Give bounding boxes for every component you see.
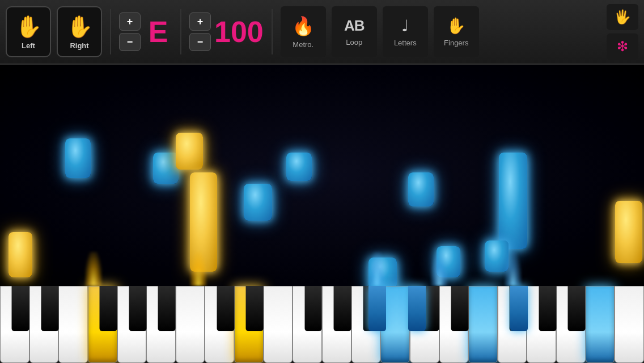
notes-scatter-button[interactable]: ❇	[607, 33, 638, 60]
divider-3	[272, 9, 273, 54]
divider-1	[110, 9, 111, 54]
loop-label: Loop	[346, 38, 362, 47]
black-key[interactable]	[129, 286, 146, 331]
key-display: E	[144, 12, 172, 52]
key-stepper: + −	[119, 12, 141, 51]
white-key[interactable]	[468, 286, 498, 363]
white-key[interactable]	[586, 286, 615, 363]
divider-2	[180, 9, 181, 54]
tempo-value: 100	[214, 15, 264, 49]
note-yellow	[176, 133, 203, 170]
letters-label: Letters	[394, 39, 417, 47]
note-yellow	[615, 201, 642, 263]
key-stepper-group: + − E	[119, 12, 172, 52]
loop-icon: AB	[344, 17, 365, 35]
black-key[interactable]	[12, 286, 29, 331]
piano	[0, 286, 644, 363]
note-blue	[286, 153, 312, 181]
right-hand-button[interactable]: ✋ Right	[57, 6, 102, 57]
key-plus-button[interactable]: +	[119, 12, 141, 31]
metro-label: Metro.	[293, 40, 313, 49]
metro-icon: 🔥	[292, 15, 315, 37]
note-blue	[65, 138, 91, 178]
active-hand-icon: 🖐	[614, 9, 631, 25]
letters-button[interactable]: ♩ Letters	[383, 6, 428, 57]
right-hand-icon: ✋	[66, 14, 93, 39]
spark-yellow	[85, 252, 102, 286]
tempo-plus-button[interactable]: +	[189, 12, 211, 31]
note-blue	[244, 184, 272, 221]
black-key-blue[interactable]	[510, 286, 528, 331]
notes-area	[0, 65, 644, 286]
loop-button[interactable]: AB Loop	[332, 6, 377, 57]
note-blue	[153, 153, 179, 184]
black-key[interactable]	[568, 286, 586, 331]
right-hand-label: Right	[70, 41, 88, 50]
left-hand-icon: ✋	[15, 14, 42, 39]
note-blue	[408, 172, 434, 206]
fingers-icon: ✋	[446, 16, 466, 35]
black-key-blue[interactable]	[408, 286, 426, 331]
black-key[interactable]	[246, 286, 264, 331]
active-hand-button[interactable]: 🖐	[607, 4, 638, 30]
tempo-minus-button[interactable]: −	[189, 33, 211, 51]
white-key[interactable]	[176, 286, 205, 363]
key-value: E	[149, 15, 168, 49]
tempo-display: 100	[214, 12, 264, 52]
letters-icon: ♩	[401, 16, 409, 35]
toolbar: ✋ Left ✋ Right + − E + − 100 🔥 Metro.	[0, 0, 644, 65]
fingers-button[interactable]: ✋ Fingers	[434, 6, 479, 57]
notes-scatter-icon: ❇	[617, 39, 628, 54]
white-key[interactable]	[615, 286, 644, 363]
metro-button[interactable]: 🔥 Metro.	[281, 6, 326, 57]
note-yellow	[190, 172, 217, 272]
black-key[interactable]	[304, 286, 322, 331]
left-hand-label: Left	[22, 41, 35, 50]
note-blue	[437, 246, 460, 277]
black-key[interactable]	[451, 286, 468, 331]
black-key[interactable]	[158, 286, 176, 331]
black-key[interactable]	[41, 286, 58, 331]
black-key[interactable]	[217, 286, 234, 331]
right-panel: 🖐 ❇	[607, 4, 638, 60]
note-blue	[499, 153, 527, 249]
key-minus-button[interactable]: −	[119, 33, 141, 51]
white-key[interactable]	[264, 286, 293, 363]
black-key-blue[interactable]	[368, 286, 386, 331]
white-key[interactable]	[58, 286, 88, 363]
fingers-label: Fingers	[444, 39, 468, 47]
black-key[interactable]	[334, 286, 351, 331]
note-blue	[485, 240, 509, 272]
tempo-stepper: + −	[189, 12, 211, 51]
note-yellow	[9, 232, 32, 277]
black-key[interactable]	[539, 286, 556, 331]
tempo-stepper-group: + − 100	[189, 12, 264, 52]
left-hand-button[interactable]: ✋ Left	[6, 6, 51, 57]
note-blue	[368, 258, 397, 286]
black-key[interactable]	[100, 286, 117, 331]
